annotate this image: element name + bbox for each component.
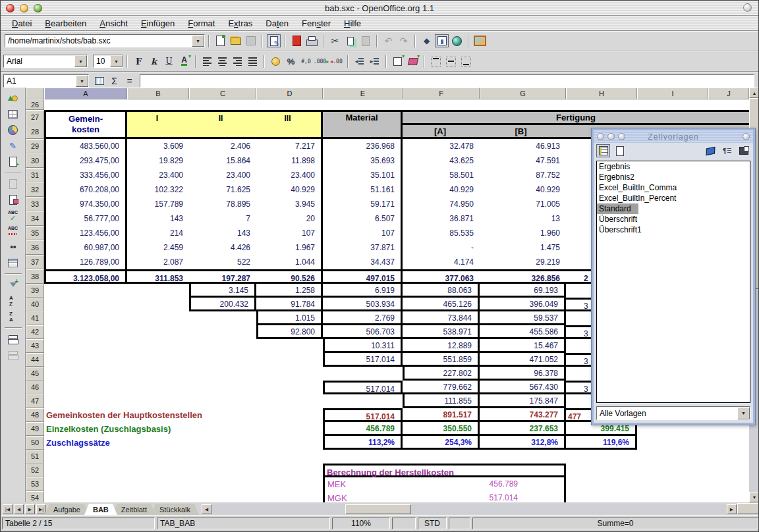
cell-F38[interactable]: 377.063 [403, 269, 480, 284]
cell-C29[interactable]: 2.406 [189, 139, 256, 153]
cell-E31[interactable]: 35.101 [323, 168, 403, 182]
insert-icon[interactable] [6, 92, 20, 105]
cell-F37[interactable]: 4.174 [403, 255, 480, 269]
cell-D36[interactable]: 1.967 [256, 240, 323, 255]
align-center-icon[interactable] [215, 55, 229, 68]
cell-F35[interactable]: 85.535 [403, 226, 480, 240]
cell-A52[interactable] [44, 464, 127, 477]
cell-B34[interactable]: 143 [127, 211, 189, 226]
style-item-ergebnis[interactable]: Ergebnis [597, 161, 638, 172]
copy-icon[interactable] [343, 34, 357, 47]
sum-button[interactable]: Σ [107, 74, 121, 88]
cell-D38[interactable]: 90.526 [256, 269, 323, 284]
cell-C43[interactable] [189, 339, 256, 353]
align-top-icon[interactable] [429, 55, 443, 68]
cell-E49[interactable]: 456.789 [323, 422, 403, 436]
style-filter-combobox[interactable]: ▼ [596, 406, 750, 420]
row-header-32[interactable]: 32 [26, 182, 44, 197]
remove-decimal-icon[interactable] [329, 55, 343, 68]
menu-fenster[interactable]: Fenster [296, 17, 337, 30]
row-header-43[interactable]: 43 [26, 339, 44, 353]
cell-A42[interactable] [44, 325, 127, 339]
cell-C41[interactable] [189, 311, 256, 325]
cell-D45[interactable] [256, 367, 323, 381]
row-header-53[interactable]: 53 [26, 477, 44, 491]
sheet-tab-aufgabe[interactable]: Aufgabe [45, 504, 89, 515]
cell-E30[interactable]: 35.693 [323, 153, 403, 168]
cell-D34[interactable]: 20 [256, 211, 323, 226]
borders-icon[interactable] [391, 55, 405, 68]
cell-G42[interactable]: 455.586 [480, 325, 566, 339]
cell-H26[interactable] [566, 99, 637, 110]
cell-D51[interactable] [256, 450, 323, 464]
style-item--berschrift[interactable]: Überschrift [597, 214, 638, 225]
cell-G37[interactable]: 29.219 [480, 255, 566, 269]
cell-I51[interactable] [637, 450, 708, 464]
cell-D31[interactable]: 23.400 [256, 168, 323, 182]
cell-B45[interactable] [127, 367, 189, 381]
spellcheck-icon[interactable] [6, 209, 20, 222]
form-functions-icon[interactable] [6, 155, 20, 168]
autofilter-icon[interactable] [6, 279, 20, 292]
column-header-C[interactable]: C [189, 88, 256, 99]
row-header-47[interactable]: 47 [26, 394, 44, 408]
cell-A46[interactable] [44, 381, 127, 394]
cell-B43[interactable] [127, 339, 189, 353]
menu-ansicht[interactable]: Ansicht [94, 17, 134, 30]
cell-A43[interactable] [44, 339, 127, 353]
menu-extras[interactable]: Extras [222, 17, 258, 30]
cell-C45[interactable] [189, 367, 256, 381]
cell-C26[interactable] [189, 99, 256, 110]
cell-B37[interactable]: 2.087 [127, 255, 189, 269]
cell-F32[interactable]: 40.929 [403, 182, 480, 197]
cell-E47[interactable] [323, 394, 403, 408]
cell-C42[interactable] [189, 325, 256, 339]
horizontal-scrollbar-thumb[interactable] [345, 504, 411, 514]
aut​ospellcheck-icon[interactable] [6, 225, 20, 238]
cell-H52[interactable] [566, 464, 637, 477]
cell-E27[interactable]: Material [323, 110, 403, 139]
cell-C52[interactable] [189, 464, 256, 477]
cell-G51[interactable] [480, 450, 566, 464]
cell-E51[interactable] [323, 450, 403, 464]
scroll-down-icon[interactable]: ▼ [749, 492, 759, 502]
titlebar-right-button[interactable] [743, 3, 752, 12]
cell-F40[interactable]: 465.126 [403, 298, 480, 311]
fill-format-icon[interactable] [704, 144, 717, 157]
chevron-down-icon[interactable]: ▼ [76, 75, 88, 87]
cell-B39[interactable] [127, 284, 189, 298]
cell-reference-input[interactable] [4, 75, 76, 87]
cell-E41[interactable]: 2.769 [323, 311, 403, 325]
cell-D41[interactable]: 1.015 [256, 311, 323, 325]
menu-datei[interactable]: Datei [6, 17, 38, 30]
cell-F42[interactable]: 538.971 [403, 325, 480, 339]
cell-E53[interactable]: MEK [323, 477, 403, 491]
currency-icon[interactable] [269, 55, 283, 68]
cell-J51[interactable] [708, 450, 749, 464]
cell-D47[interactable] [256, 394, 323, 408]
cell-C50[interactable] [189, 436, 256, 450]
name-box[interactable]: ▼ [3, 74, 89, 88]
cell-A41[interactable] [44, 311, 127, 325]
chevron-down-icon[interactable]: ▼ [110, 55, 123, 67]
cell-F43[interactable]: 12.889 [403, 339, 480, 353]
cell-D49[interactable] [256, 422, 323, 436]
row-header-31[interactable]: 31 [26, 168, 44, 182]
cell-G47[interactable]: 175.847 [480, 394, 566, 408]
first-sheet-button[interactable]: |◀ [3, 504, 13, 514]
cell-B53[interactable] [127, 477, 189, 491]
chevron-down-icon[interactable]: ▼ [74, 55, 87, 67]
status-range-name[interactable]: TAB_BAB [157, 518, 330, 529]
print-icon[interactable] [305, 34, 319, 47]
font-name-input[interactable] [4, 55, 74, 67]
cell-J54[interactable] [708, 491, 749, 502]
row-header-51[interactable]: 51 [26, 450, 44, 464]
cell-E48[interactable]: 517.014 [323, 408, 403, 422]
cell-G36[interactable]: 1.475 [480, 240, 566, 255]
cell-E42[interactable]: 506.703 [323, 325, 403, 339]
cell-A32[interactable]: 670.208,00 [44, 182, 127, 197]
cell-A35[interactable]: 123.456,00 [44, 226, 127, 240]
cell-D46[interactable] [256, 381, 323, 394]
cell-G31[interactable]: 87.752 [480, 168, 566, 182]
cell-A27[interactable]: Gemein-kosten [44, 110, 127, 139]
